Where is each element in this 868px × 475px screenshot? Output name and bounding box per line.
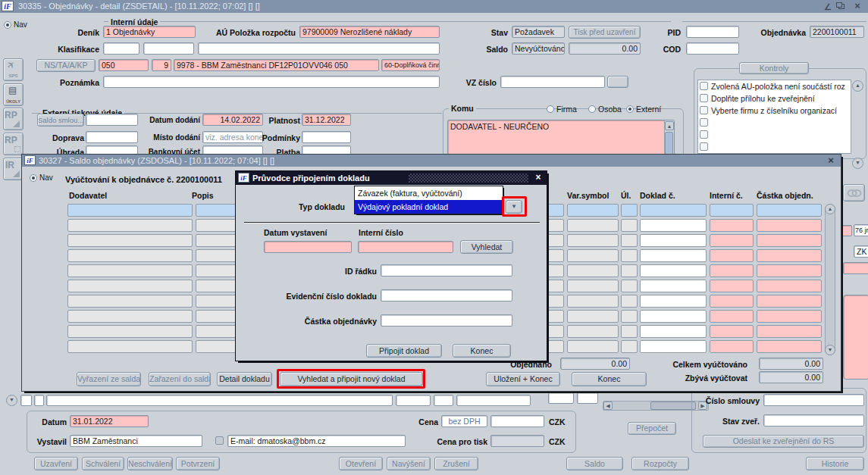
table-cell[interactable] xyxy=(710,295,754,308)
table-cell[interactable] xyxy=(640,249,707,262)
close-icon[interactable]: × xyxy=(826,155,836,166)
zarazeni-do-salda-button[interactable]: Zařazení do salda xyxy=(149,372,211,386)
kontroly-checkbox[interactable] xyxy=(700,142,708,151)
table-cell[interactable] xyxy=(710,249,754,262)
evidencni-cislo-field[interactable] xyxy=(381,289,512,302)
ns-field[interactable]: 050 xyxy=(99,59,149,71)
table-cell[interactable] xyxy=(67,295,193,308)
vz-cislo-lookup-button[interactable] xyxy=(607,76,628,88)
sidebar-rp1-button[interactable]: RP xyxy=(3,108,24,130)
platnost-field[interactable]: 31.12.2022 xyxy=(302,114,351,126)
table-cell[interactable] xyxy=(621,340,638,353)
table-cell[interactable] xyxy=(757,340,822,353)
otevreni-button[interactable]: Otevření xyxy=(339,457,383,470)
komu-scroll-up-icon[interactable]: ▲ xyxy=(665,121,674,130)
wizard-konec-button[interactable]: Konec xyxy=(453,344,511,358)
table-cell[interactable] xyxy=(67,249,193,262)
osoba-radio[interactable] xyxy=(588,105,596,113)
item-field[interactable] xyxy=(34,395,44,406)
table-cell[interactable] xyxy=(710,280,754,292)
kp-field[interactable]: 60-Doplňková činnost xyxy=(381,59,440,71)
kontroly-scroll-down-icon[interactable]: ▼ xyxy=(852,158,863,169)
klasifikace-field-3[interactable] xyxy=(198,42,440,55)
hscroll-thumb[interactable] xyxy=(650,402,696,410)
table-cell[interactable] xyxy=(640,204,707,217)
table-cell[interactable] xyxy=(567,204,619,217)
table-cell[interactable] xyxy=(67,340,193,353)
table-cell[interactable] xyxy=(640,280,707,292)
saldo-konec-button[interactable]: Konec xyxy=(572,372,647,386)
attachments-chain-button[interactable] xyxy=(843,184,865,202)
pid-field[interactable] xyxy=(686,26,739,38)
table-cell[interactable] xyxy=(640,340,707,353)
vz-cislo-field[interactable] xyxy=(500,76,605,88)
table-cell[interactable] xyxy=(567,280,619,292)
kontroly-checkbox[interactable] xyxy=(700,130,708,139)
table-cell[interactable] xyxy=(567,295,619,308)
item-field[interactable] xyxy=(434,395,453,406)
saldo-button[interactable]: Saldo xyxy=(566,457,623,470)
table-cell[interactable] xyxy=(67,204,193,217)
table-cell[interactable] xyxy=(710,340,754,353)
ta-field[interactable]: 9 xyxy=(152,59,171,71)
item-field[interactable] xyxy=(548,392,574,404)
table-cell[interactable] xyxy=(710,219,754,232)
table-cell[interactable] xyxy=(621,310,638,323)
table-cell[interactable] xyxy=(567,340,619,353)
komu-scrollbar-thumb[interactable] xyxy=(665,132,673,155)
id-radku-field[interactable] xyxy=(381,264,512,277)
zruseni-button[interactable]: Zrušení xyxy=(434,457,478,470)
table-cell[interactable] xyxy=(567,249,619,262)
item-field[interactable] xyxy=(456,395,531,406)
items-scroll-down-icon[interactable]: ▼ xyxy=(6,395,17,406)
potvrzeni-button[interactable]: Potvrzení xyxy=(176,457,220,470)
ulozeni-konec-button[interactable]: Uložení + Konec xyxy=(486,372,560,386)
table-cell[interactable] xyxy=(567,325,619,338)
close-icon[interactable]: × xyxy=(852,1,863,11)
dropdown-option-selected[interactable]: Výdajový pokladní doklad xyxy=(355,200,503,214)
table-cell[interactable] xyxy=(757,234,822,247)
firma-radio[interactable] xyxy=(547,105,554,113)
table-cell[interactable] xyxy=(67,219,193,232)
table-cell[interactable] xyxy=(710,264,754,277)
castka-objednavky-field[interactable] xyxy=(381,314,512,327)
table-cell[interactable] xyxy=(710,234,754,247)
table-cell[interactable] xyxy=(757,295,822,308)
table-cell[interactable] xyxy=(757,204,822,217)
table-cell[interactable] xyxy=(640,234,707,247)
doprava-field[interactable] xyxy=(86,131,138,143)
vyrazeni-ze-salda-button[interactable]: Vyřazení ze salda xyxy=(77,372,141,386)
table-cell[interactable] xyxy=(67,234,193,247)
cena-mode-field[interactable]: bez DPH xyxy=(441,415,487,427)
table-cell[interactable] xyxy=(640,310,707,323)
table-cell[interactable] xyxy=(757,264,822,277)
table-cell[interactable] xyxy=(621,249,638,262)
akce-field[interactable]: 9978 - BBM Zaměstnanci DF12P01OVV046 050 xyxy=(174,59,379,71)
table-cell[interactable] xyxy=(640,295,707,308)
saldo-smlouvy-button[interactable]: Saldo smlou... xyxy=(37,114,84,127)
table-cell[interactable] xyxy=(621,264,638,277)
cod-field[interactable] xyxy=(686,42,739,55)
tisk-pred-uzavrenim-button[interactable]: Tisk před uzavření xyxy=(569,26,641,39)
nstaakp-button[interactable]: NS/TA/A/KP xyxy=(36,59,96,72)
table-cell[interactable] xyxy=(640,325,707,338)
sidebar-sps-button[interactable]: ✈ SPS xyxy=(3,58,24,81)
detail-dokladu-button[interactable]: Detail dokladu xyxy=(217,372,272,386)
clipped-76jr-field[interactable]: 76 jr xyxy=(854,224,868,236)
table-cell[interactable] xyxy=(567,219,619,232)
item-field[interactable] xyxy=(577,392,598,404)
table-cell[interactable] xyxy=(621,325,638,338)
dropdown-option[interactable]: Závazek (faktura, vyúčtování) xyxy=(355,186,503,200)
uzavreni-button[interactable]: Uzavření xyxy=(34,457,78,470)
table-cell[interactable] xyxy=(710,310,754,323)
item-field[interactable] xyxy=(20,395,32,406)
table-cell[interactable] xyxy=(757,219,822,232)
table-scroll-up-icon[interactable]: ▲ xyxy=(825,204,835,214)
kontroly-checkbox[interactable] xyxy=(700,82,708,90)
table-cell[interactable] xyxy=(67,264,193,277)
odeslat-zverejneni-button[interactable]: Odeslat ke zveřejnění do RS xyxy=(703,435,864,448)
table-cell[interactable] xyxy=(757,310,822,323)
table-cell[interactable] xyxy=(567,264,619,277)
poznamka-field[interactable] xyxy=(103,76,440,88)
navyseni-button[interactable]: Navýšení xyxy=(387,457,431,470)
